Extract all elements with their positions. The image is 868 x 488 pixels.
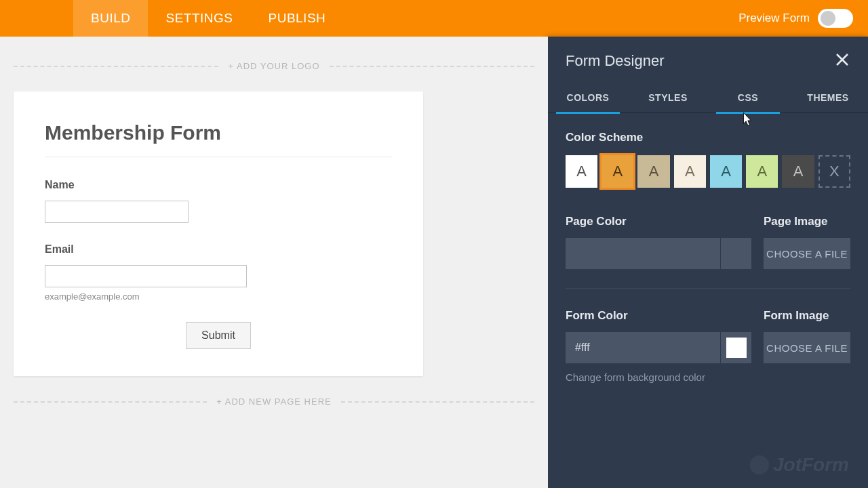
add-logo-label: + ADD YOUR LOGO bbox=[218, 61, 329, 71]
color-scheme-label: Color Scheme bbox=[566, 131, 850, 144]
email-input[interactable] bbox=[45, 265, 247, 287]
form-image-label: Form Image bbox=[764, 309, 850, 323]
page-image-label: Page Image bbox=[764, 215, 850, 228]
tab-build[interactable]: BUILD bbox=[73, 0, 148, 37]
form-image-choose-button[interactable]: CHOOSE A FILE bbox=[764, 332, 850, 363]
color-swatch[interactable]: A bbox=[601, 155, 633, 188]
color-swatch[interactable]: A bbox=[782, 155, 814, 188]
preview-form-wrap: Preview Form bbox=[738, 9, 868, 28]
page-image-choose-button[interactable]: CHOOSE A FILE bbox=[764, 238, 850, 269]
form-color-label: Form Color bbox=[566, 309, 751, 323]
field-email[interactable]: Email example@example.com bbox=[45, 243, 392, 302]
watermark-text: JotForm bbox=[773, 454, 849, 476]
color-swatch[interactable]: A bbox=[637, 155, 669, 188]
form-title[interactable]: Membership Form bbox=[45, 121, 392, 157]
preview-toggle[interactable] bbox=[818, 9, 853, 28]
page-color-label: Page Color bbox=[566, 215, 751, 228]
name-label: Name bbox=[45, 179, 392, 191]
form-card: Membership Form Name Email example@examp… bbox=[14, 92, 423, 376]
name-input[interactable] bbox=[45, 201, 189, 223]
email-help: example@example.com bbox=[45, 291, 392, 302]
form-canvas: + ADD YOUR LOGO Membership Form Name Ema… bbox=[0, 37, 548, 488]
swatch-none[interactable]: X bbox=[818, 155, 850, 188]
form-designer-panel: Form Designer COLORS STYLES CSS THEMES C… bbox=[548, 37, 868, 488]
form-color-hint: Change form background color bbox=[566, 370, 751, 386]
panel-tab-styles[interactable]: STYLES bbox=[628, 83, 708, 113]
color-scheme-swatches: AAAAAAAX bbox=[566, 155, 850, 188]
add-page-row[interactable]: + ADD NEW PAGE HERE bbox=[14, 396, 534, 407]
preview-form-label: Preview Form bbox=[738, 12, 810, 25]
form-color-input[interactable] bbox=[566, 332, 720, 363]
page-color-chip[interactable] bbox=[720, 238, 751, 269]
panel-tabs: COLORS STYLES CSS THEMES bbox=[548, 83, 868, 113]
panel-title: Form Designer bbox=[566, 52, 664, 70]
add-page-label: + ADD NEW PAGE HERE bbox=[207, 396, 340, 407]
page-color-input[interactable] bbox=[566, 238, 720, 269]
submit-button[interactable]: Submit bbox=[186, 322, 251, 349]
color-swatch[interactable]: A bbox=[566, 155, 597, 188]
color-swatch[interactable]: A bbox=[674, 155, 706, 188]
panel-tab-colors[interactable]: COLORS bbox=[548, 83, 628, 113]
panel-tab-themes[interactable]: THEMES bbox=[788, 83, 868, 113]
add-logo-row[interactable]: + ADD YOUR LOGO bbox=[14, 61, 534, 71]
form-color-chip[interactable] bbox=[720, 332, 751, 363]
top-nav: BUILD SETTINGS PUBLISH Preview Form bbox=[0, 0, 868, 37]
field-name[interactable]: Name bbox=[45, 179, 392, 223]
color-swatch[interactable]: A bbox=[710, 155, 742, 188]
close-panel-button[interactable] bbox=[834, 52, 850, 70]
email-label: Email bbox=[45, 243, 392, 256]
toggle-knob bbox=[821, 11, 835, 26]
color-swatch[interactable]: A bbox=[746, 155, 778, 188]
tab-publish[interactable]: PUBLISH bbox=[250, 0, 343, 37]
watermark-icon bbox=[750, 455, 769, 474]
tab-settings[interactable]: SETTINGS bbox=[148, 0, 250, 37]
panel-tab-css[interactable]: CSS bbox=[708, 83, 788, 113]
close-icon bbox=[834, 52, 850, 68]
watermark: JotForm bbox=[750, 454, 849, 476]
